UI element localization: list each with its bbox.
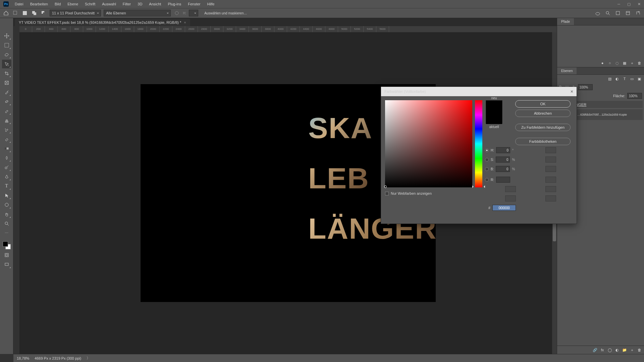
tab-layers[interactable]: Ebenen: [557, 67, 577, 74]
add-swatch-button[interactable]: Zu Farbfeldern hinzufügen: [515, 124, 571, 131]
input-h[interactable]: [496, 147, 510, 153]
shape-tool[interactable]: [2, 200, 11, 209]
input-r[interactable]: [496, 177, 510, 183]
web-colors-only[interactable]: Nur Webfarben anzeigen: [385, 191, 432, 195]
group-icon[interactable]: 📁: [622, 347, 627, 353]
hex-input[interactable]: [492, 205, 516, 211]
paths-new-icon[interactable]: ＋: [629, 60, 635, 66]
web-colors-checkbox[interactable]: [385, 192, 389, 195]
eraser-tool[interactable]: [2, 135, 11, 143]
paths-selection-icon[interactable]: ◌: [614, 60, 620, 66]
field-ghost-5[interactable]: [545, 186, 556, 192]
ok-button[interactable]: OK: [515, 100, 571, 108]
document-tab[interactable]: YT VIDEO TEXT EFFEKT.psdc bei 18,8 % (93…: [15, 19, 190, 26]
menu-plug-ins[interactable]: Plug-ins: [164, 0, 184, 8]
field-ghost-4[interactable]: [545, 177, 556, 183]
sel-new-icon[interactable]: [21, 10, 28, 16]
search-icon[interactable]: [604, 10, 611, 16]
sample-size-select[interactable]: 11 x 11 Pixel Durchschnitt: [50, 10, 101, 16]
fx-icon[interactable]: fx: [600, 347, 605, 353]
share-icon[interactable]: [635, 10, 641, 16]
field-ghost-8[interactable]: [505, 195, 516, 201]
field-ghost-1[interactable]: [545, 147, 556, 153]
radio-r[interactable]: [485, 178, 489, 182]
type-tool[interactable]: T: [2, 182, 11, 190]
window-minimize[interactable]: ─: [614, 0, 624, 8]
move-tool[interactable]: [2, 32, 11, 40]
menu-hilfe[interactable]: Hilfe: [204, 0, 218, 8]
dodge-tool[interactable]: [2, 163, 11, 172]
filter-adjust-icon[interactable]: ◐: [614, 76, 620, 81]
hardness-field[interactable]: [189, 10, 198, 16]
window-close[interactable]: ✕: [634, 0, 644, 8]
hand-tool[interactable]: [2, 210, 11, 219]
document-info[interactable]: 4669 Px x 2319 Px (300 ppi): [35, 356, 81, 360]
refine-icon[interactable]: [173, 10, 180, 16]
zoom-level[interactable]: 18,78%: [17, 356, 29, 360]
radio-s[interactable]: [485, 158, 489, 162]
menu-bearbeiten[interactable]: Bearbeiten: [27, 0, 51, 8]
scope-select[interactable]: Alle Ebenen: [104, 10, 171, 16]
input-b[interactable]: [496, 166, 510, 172]
path-select-tool[interactable]: [2, 191, 11, 200]
eyedropper-tool[interactable]: [2, 88, 11, 97]
saturation-value-field[interactable]: [385, 100, 472, 187]
menu-schrift[interactable]: Schrift: [82, 0, 99, 8]
menu-3d[interactable]: 3D: [134, 0, 146, 8]
field-ghost-7[interactable]: [505, 186, 516, 192]
cancel-button[interactable]: Abbrechen: [515, 110, 571, 117]
new-layer-icon[interactable]: ＋: [629, 347, 635, 353]
zoom-tool[interactable]: [2, 219, 11, 228]
foreground-swatch[interactable]: [3, 241, 8, 247]
field-ghost-3[interactable]: [545, 166, 556, 172]
home-icon[interactable]: [3, 10, 9, 16]
sel-sub-icon[interactable]: [40, 10, 47, 16]
filter-shape-icon[interactable]: ▭: [629, 76, 635, 81]
healing-tool[interactable]: [2, 97, 11, 106]
workspace-select-icon[interactable]: [625, 10, 631, 16]
crop-tool[interactable]: [2, 69, 11, 78]
radio-b[interactable]: [485, 167, 489, 171]
menu-fenster[interactable]: Fenster: [184, 0, 204, 8]
menu-ansicht[interactable]: Ansicht: [146, 0, 164, 8]
sv-cursor[interactable]: [384, 185, 387, 188]
filter-smart-icon[interactable]: ▣: [637, 76, 642, 81]
lasso-tool[interactable]: [2, 50, 11, 59]
paths-mask-icon[interactable]: ▦: [622, 60, 627, 66]
history-brush-tool[interactable]: [2, 125, 11, 134]
filter-type-icon[interactable]: T: [622, 76, 627, 81]
menu-ebene[interactable]: Ebene: [64, 0, 82, 8]
mask-icon[interactable]: ◯: [607, 347, 612, 353]
select-mask-button[interactable]: Auswählen und maskieren…: [204, 11, 247, 15]
preview-current-color[interactable]: [486, 112, 502, 124]
edit-toolbar[interactable]: ⋯: [2, 229, 11, 237]
field-ghost-2[interactable]: [545, 157, 556, 163]
hue-strip[interactable]: [475, 100, 482, 187]
tool-preset-icon[interactable]: [12, 10, 19, 16]
menu-bild[interactable]: Bild: [51, 0, 64, 8]
quick-select-tool[interactable]: [2, 60, 11, 68]
window-maximize[interactable]: ▢: [624, 0, 634, 8]
paths-fill-icon[interactable]: ●: [600, 60, 605, 66]
menu-filter[interactable]: Filter: [119, 0, 134, 8]
field-ghost-6[interactable]: [545, 195, 556, 201]
dialog-titlebar[interactable]: Farbwähler (Volltonfarbe) ×: [381, 87, 577, 96]
screenmode-toggle[interactable]: [2, 260, 11, 269]
tab-paths[interactable]: Pfade: [557, 18, 574, 25]
trash-icon[interactable]: 🗑: [637, 347, 642, 353]
pen-tool[interactable]: [2, 172, 11, 181]
link-layers-icon[interactable]: 🔗: [592, 347, 598, 353]
radio-h[interactable]: [485, 148, 489, 152]
filter-pixel-icon[interactable]: ▧: [607, 76, 612, 81]
frame-tool[interactable]: [2, 78, 11, 87]
dialog-close-icon[interactable]: ×: [571, 89, 573, 94]
menu-auswahl[interactable]: Auswahl: [99, 0, 119, 8]
cloud-icon[interactable]: [594, 10, 601, 16]
paths-stroke-icon[interactable]: ○: [607, 60, 612, 66]
quickmask-toggle[interactable]: [2, 251, 11, 259]
paths-trash-icon[interactable]: 🗑: [637, 60, 642, 66]
sel-add-icon[interactable]: [31, 10, 38, 16]
close-icon[interactable]: ×: [184, 20, 186, 24]
menu-datei[interactable]: Datei: [11, 0, 27, 8]
marquee-tool[interactable]: [2, 41, 11, 50]
